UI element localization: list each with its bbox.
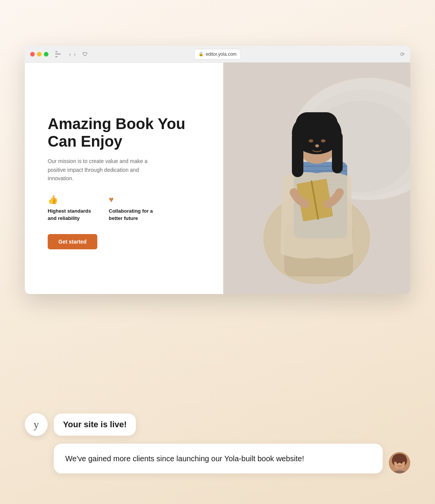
browser-chrome: ‹ › 🛡 🔒 editor.yola.com ⟳ [25,46,410,63]
close-button[interactable] [30,52,35,57]
sidebar-bar [55,56,58,57]
forward-button[interactable]: › [73,50,77,58]
feature-item-1: 👍 Highest standards and reliability [48,195,97,221]
hero-title: Amazing Book You Can Enjoy [48,115,204,150]
heart-icon: ♥ [109,195,158,205]
yola-logo: y [25,413,48,436]
feature-2-label: Collaborating for a better future [109,208,158,221]
user-avatar [389,452,410,473]
chat-bubble-2: We've gained more clients since launchin… [54,444,383,473]
url-bar[interactable]: 🔒 editor.yola.com [194,49,241,60]
chat-row-1: y Your site is live! [25,413,410,436]
hero-image [223,63,410,294]
svg-point-25 [393,454,406,463]
sidebar-bar [55,53,61,55]
thumbs-up-icon: 👍 [48,195,97,205]
hero-left-panel: Amazing Book You Can Enjoy Our mission i… [25,63,223,294]
url-text: editor.yola.com [206,52,237,57]
traffic-lights [30,52,48,57]
refresh-button[interactable]: ⟳ [400,51,405,57]
svg-point-26 [397,462,399,464]
browser-content: Amazing Book You Can Enjoy Our mission i… [25,63,410,294]
svg-point-17 [309,139,313,142]
sidebar-bar [55,51,58,52]
svg-rect-16 [296,112,338,135]
chat-section: y Your site is live! We've gained more c… [25,413,410,473]
feature-1-label: Highest standards and reliability [48,208,97,221]
minimize-button[interactable] [37,52,42,57]
chat-bubble-1: Your site is live! [54,414,136,436]
avatar-image [389,452,410,473]
hero-image-panel [223,63,410,294]
chat-message-1: Your site is live! [63,420,127,429]
features-row: 👍 Highest standards and reliability ♥ Co… [48,195,204,221]
shield-icon: 🛡 [82,51,88,57]
maximize-button[interactable] [44,52,48,57]
nav-arrows: ‹ › [68,50,76,58]
get-started-button[interactable]: Get started [48,234,97,249]
yola-letter: y [34,418,39,431]
sidebar-toggle-icon[interactable] [55,51,63,57]
hero-subtitle: Our mission is to create value and make … [48,157,155,183]
svg-point-27 [401,462,403,464]
chat-row-2: We've gained more clients since launchin… [25,444,410,473]
svg-point-19 [315,144,319,147]
lock-icon: 🔒 [198,52,204,57]
browser-window: ‹ › 🛡 🔒 editor.yola.com ⟳ Amazing Book Y… [25,46,410,294]
chat-message-2: We've gained more clients since launchin… [65,454,304,463]
back-button[interactable]: ‹ [68,50,72,58]
svg-rect-14 [292,131,303,177]
feature-item-2: ♥ Collaborating for a better future [109,195,158,221]
svg-point-18 [321,139,325,142]
svg-rect-15 [332,131,343,173]
